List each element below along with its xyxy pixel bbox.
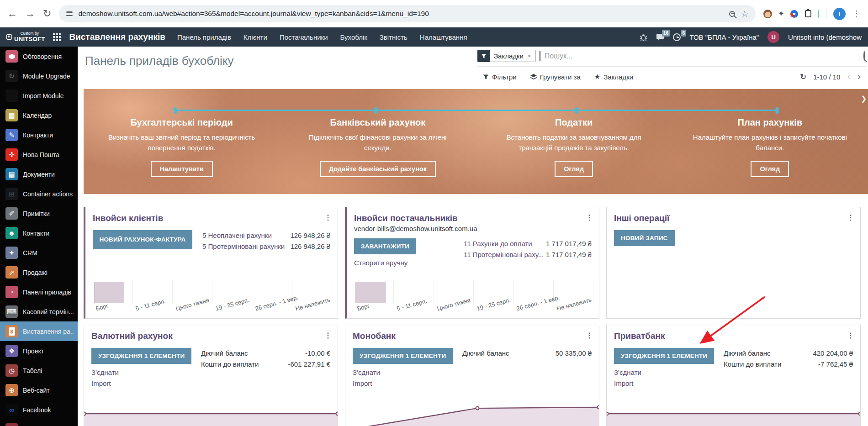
sidebar-item[interactable]: ❖ Проект [0, 341, 78, 361]
user-name[interactable]: Unitsoft info (demoshow [788, 33, 862, 41]
connect-link[interactable]: З'єднати [91, 368, 119, 376]
add-bank-account-button[interactable]: Додайте банківський рахунок [320, 161, 436, 177]
extension-circle-icon[interactable] [790, 10, 798, 18]
kebab-menu-icon[interactable]: ⋮ [847, 331, 854, 340]
onboarding-step-chart-of-accounts: План рахунків Налаштуйте план рахунків і… [672, 117, 868, 177]
sidebar-item[interactable]: ☻ Контакти [0, 223, 78, 243]
reconcile-button[interactable]: УЗГОДЖЕННЯ 1 ЕЛЕМЕНТИ [353, 348, 453, 364]
import-link[interactable]: Import [91, 379, 111, 387]
extension-clipboard-icon[interactable] [805, 10, 811, 17]
card-title[interactable]: Приватбанк [614, 331, 665, 341]
nav-menu-item[interactable]: Клієнти [243, 33, 267, 41]
upload-button[interactable]: ЗАВАНТАЖИТИ [354, 238, 416, 254]
pager-next-icon[interactable]: › [857, 72, 861, 82]
browser-menu-icon[interactable]: ⋮ [852, 10, 861, 18]
sidebar-item[interactable]: ✐ Примітки [0, 204, 78, 223]
sidebar-item[interactable]: Обговорення [0, 47, 78, 66]
card-title[interactable]: Інвойси постачальників [354, 213, 458, 223]
sidebar-item-label: Обговорення [23, 53, 62, 60]
messages-icon[interactable]: 16 [656, 33, 664, 41]
search-facet[interactable]: Закладки × [477, 50, 535, 62]
nav-menu-item[interactable]: Постачальники [280, 33, 328, 41]
unpaid-invoices-link[interactable]: 5 Неоплачені рахунки [202, 231, 272, 239]
sidebar-item[interactable]: ⊞ Container actions [0, 184, 78, 204]
bills-to-pay-link[interactable]: 11 Рахунки до оплати [464, 240, 532, 247]
overdue-invoices-link[interactable]: 5 Протерміновані рахунки [202, 242, 285, 250]
sidebar-item[interactable]: ⌨ Касовий термін... [0, 302, 78, 321]
favorites-button[interactable]: ★ Закладки [594, 73, 633, 81]
new-invoice-button[interactable]: НОВИЙ РАХУНОК-ФАКТУРА [93, 230, 192, 249]
kebab-menu-icon[interactable]: ⋮ [324, 331, 332, 340]
nav-menu-item[interactable]: Бухоблік [340, 33, 367, 41]
overdue-bills-link[interactable]: 11 Протерміновані раху... [464, 251, 544, 258]
activities-clock-icon[interactable]: 6 [673, 33, 681, 41]
sidebar-item-label: Продажі [23, 269, 48, 276]
sidebar-item[interactable]: ▤ Документи [0, 164, 78, 184]
filters-button[interactable]: Фільтри [483, 73, 517, 81]
import-link[interactable]: Import [353, 379, 372, 387]
debug-bug-icon[interactable] [640, 33, 647, 41]
search-input[interactable] [545, 52, 691, 60]
user-avatar[interactable]: U [767, 31, 779, 43]
sidebar-item[interactable]: ◷ Табелі [0, 361, 78, 380]
banner-toggle-icon[interactable]: ❯ [861, 95, 867, 103]
reconcile-button[interactable]: УЗГОДЖЕННЯ 1 ЕЛЕМЕНТИ [614, 348, 714, 364]
onboarding-banner: Бухгалтерські періоди Визначіть ваш звіт… [84, 89, 868, 194]
search-icon[interactable] [863, 52, 865, 60]
address-bar[interactable]: demoshow.unitsoft.com.ua/web#action=365&… [59, 5, 756, 22]
sidebar-item[interactable] [0, 420, 78, 426]
create-manually-link[interactable]: Створити вручну [354, 259, 408, 267]
sidebar-item[interactable]: ↻ Module Upgrade [0, 66, 78, 86]
nav-menu-item[interactable]: Звітність [380, 33, 408, 41]
back-icon[interactable]: ← [7, 9, 17, 19]
company-switcher[interactable]: ТОВ "БПЛА - Україна" [689, 33, 759, 41]
sidebar-item[interactable]: $ Виставлення ра... [0, 321, 78, 341]
new-entry-button[interactable]: НОВИЙ ЗАПИС [614, 230, 675, 246]
sidebar-item[interactable]: ▦ Календар [0, 105, 78, 125]
onboarding-step-taxes: Податки Встановіть податки за замовчуван… [476, 117, 672, 177]
review-taxes-button[interactable]: Огляд [555, 161, 593, 177]
browser-profile-avatar[interactable]: I [833, 8, 846, 20]
url-text[interactable]: demoshow.unitsoft.com.ua/web#action=365&… [78, 10, 724, 18]
forward-icon[interactable]: → [25, 9, 35, 19]
tampermonkey-icon[interactable] [763, 10, 772, 18]
import-link[interactable]: Import [614, 379, 634, 387]
reload-icon[interactable]: ↻ [43, 9, 51, 19]
nav-menu-item[interactable]: Панель приладів [177, 33, 231, 41]
facet-remove-icon[interactable]: × [528, 53, 531, 59]
card-title[interactable]: Інші операції [614, 213, 669, 223]
kebab-menu-icon[interactable]: ⋮ [847, 213, 854, 222]
screenshot-icon[interactable]: ⌖ [779, 9, 783, 18]
sidebar-item[interactable]: ⊕ Веб-сайт [0, 380, 78, 400]
zoom-out-icon[interactable] [729, 11, 735, 17]
current-app-name[interactable]: Виставлення рахунків [69, 32, 165, 42]
groupby-button[interactable]: Групувати за [530, 73, 581, 81]
unitsoft-logo: Custom by UNITSOFT [6, 32, 45, 43]
nav-menu-item[interactable]: Налаштування [420, 33, 467, 41]
apps-menu-icon[interactable] [53, 33, 61, 41]
refresh-icon[interactable]: ↻ [800, 72, 806, 82]
connect-link[interactable]: З'єднати [614, 368, 641, 376]
configure-periods-button[interactable]: Налаштувати [151, 161, 213, 177]
bookmark-star-icon[interactable]: ☆ [741, 9, 748, 19]
connect-link[interactable]: З'єднати [353, 368, 380, 376]
sidebar-item[interactable]: Import Module [0, 86, 78, 105]
pager-prev-icon[interactable]: ‹ [847, 72, 850, 82]
card-title[interactable]: Монобанк [353, 331, 396, 341]
kebab-menu-icon[interactable]: ⋮ [324, 213, 332, 222]
sidebar-item[interactable]: ⇗ Продажі [0, 263, 78, 282]
site-info-icon[interactable] [66, 11, 73, 16]
kebab-menu-icon[interactable]: ⋮ [586, 331, 593, 340]
review-coa-button[interactable]: Огляд [751, 161, 789, 177]
sidebar-item[interactable]: ✦ CRM [0, 243, 78, 263]
sidebar-item[interactable]: ✎ Контракти [0, 125, 78, 145]
sidebar-item[interactable]: ◔ Панелі приладів [0, 282, 78, 302]
sidebar-item[interactable]: ∞ Facebook [0, 400, 78, 420]
card-title[interactable]: Валютний рахунок [91, 331, 173, 341]
card-title[interactable]: Інвойси клієнтів [93, 213, 163, 223]
sidebar-item[interactable]: ✜ Нова Пошта [0, 145, 78, 164]
blank-icon [5, 423, 18, 426]
text-caret [540, 51, 540, 61]
reconcile-button[interactable]: УЗГОДЖЕННЯ 1 ЕЛЕМЕНТИ [91, 348, 191, 364]
kebab-menu-icon[interactable]: ⋮ [586, 213, 593, 222]
